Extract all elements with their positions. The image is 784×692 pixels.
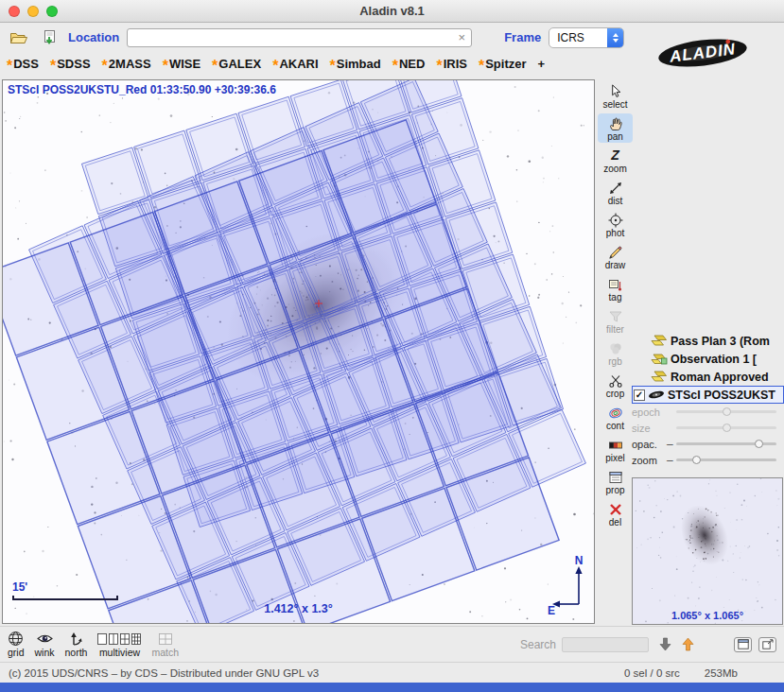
server-tab-label: IRIS	[444, 57, 467, 71]
tool-draw[interactable]: draw	[598, 242, 633, 271]
tool-crop[interactable]: crop	[598, 371, 633, 400]
eye-icon	[37, 631, 53, 647]
tool-del[interactable]: del	[598, 499, 633, 528]
layer-label: Roman Approved	[671, 371, 769, 384]
server-tabs: *DSS*SDSS*2MASS*WISE*GALEX*AKARI*Simbad*…	[0, 51, 624, 76]
window-title: Aladin v8.1	[359, 4, 425, 18]
tool-zoom[interactable]: Zzoom	[598, 146, 633, 175]
location-field[interactable]: ×	[127, 28, 472, 47]
layer-checkbox[interactable]: ✓	[634, 389, 645, 401]
tool-label: del	[609, 517, 621, 528]
layer-label: STScI POSS2UKST	[668, 389, 775, 402]
tool-label: dist	[608, 196, 623, 206]
bottombar-items: gridwinknorthmultiviewmatch	[8, 631, 179, 658]
stack-layer-observation-1[interactable]: Observation 1 [	[632, 350, 784, 368]
server-tab-label: +	[538, 57, 546, 71]
slider-zoom: zoom–	[632, 452, 784, 468]
tool-rgb: rgb	[598, 338, 633, 368]
search-down-arrow-icon[interactable]	[659, 637, 671, 651]
server-tab-spitzer[interactable]: *Spitzer	[479, 57, 527, 71]
tool-cont[interactable]: cont	[598, 403, 633, 432]
svg-text:Z: Z	[610, 148, 620, 163]
tool-column: selectpanZzoomdistphotdrawtagfilterrgbcr…	[598, 81, 633, 528]
open-folder-icon[interactable]	[8, 27, 30, 48]
search-label: Search	[520, 638, 556, 651]
tool-label: draw	[605, 260, 626, 270]
import-icon[interactable]	[38, 27, 61, 48]
search-up-arrow-icon[interactable]	[682, 637, 694, 651]
slider-track[interactable]	[676, 458, 776, 461]
dropdown-spinner-icon	[607, 28, 623, 47]
location-label: Location	[68, 30, 119, 44]
stack-layer-pass-plan-3-rom[interactable]: Pass Plan 3 (Rom	[632, 332, 784, 350]
server-tab-dss[interactable]: *DSS	[7, 57, 39, 71]
dist-icon	[608, 180, 623, 196]
copyright-text: (c) 2015 UDS/CNRS – by CDS – Distributed…	[9, 667, 624, 679]
tool-label: zoom	[603, 164, 626, 174]
stack-layer-roman-approved[interactable]: Roman Approved	[632, 368, 784, 386]
preview-fov-label: 1.065° x 1.065°	[633, 610, 782, 621]
panel-window-button[interactable]	[734, 637, 752, 652]
status-bar: (c) 2015 UDS/CNRS – by CDS – Distributed…	[0, 662, 784, 683]
slider-thumb[interactable]	[692, 456, 701, 464]
server-tab-2mass[interactable]: *2MASS	[102, 57, 151, 71]
bottombar-item-wink[interactable]: wink	[35, 631, 55, 658]
globe-grid-icon	[8, 631, 24, 647]
tool-pixel[interactable]: pixel	[598, 435, 633, 464]
search-input[interactable]	[562, 637, 649, 652]
clear-icon[interactable]: ×	[459, 31, 466, 43]
slider-track[interactable]	[676, 442, 776, 445]
scale-bar: 15'	[12, 580, 118, 600]
location-input[interactable]	[133, 31, 458, 44]
server-tab-+[interactable]: +	[538, 57, 546, 71]
server-tab-akari[interactable]: *AKARI	[272, 57, 318, 71]
tool-phot[interactable]: phot	[598, 210, 633, 239]
bottom-toolbar: gridwinknorthmultiviewmatch Search	[0, 626, 784, 662]
tool-pan[interactable]: pan	[598, 113, 633, 143]
bottombar-item-grid[interactable]: grid	[8, 631, 25, 658]
north-arrow-icon	[69, 631, 84, 647]
scissors-icon	[608, 372, 623, 389]
memory-usage: 253Mb	[705, 667, 738, 679]
close-button[interactable]	[9, 6, 20, 17]
view-layer-label: STScI POSS2UKSTU_Red 01:33:50.90 +30:39:…	[8, 83, 276, 96]
aladin-logo: ALADIN	[654, 31, 751, 75]
sky-view[interactable]: STScI POSS2UKSTU_Red 01:33:50.90 +30:39:…	[2, 79, 595, 624]
slider-opac: opac.–	[632, 436, 784, 452]
tool-select[interactable]: select	[598, 81, 633, 111]
bottombar-item-label: multiview	[99, 648, 140, 658]
plan-icon	[650, 370, 668, 384]
pencil-icon	[608, 244, 623, 260]
tool-label: phot	[606, 228, 624, 238]
detach-window-button[interactable]	[758, 637, 776, 652]
bottombar-item-label: match	[151, 648, 179, 658]
layer-stack: Pass Plan 3 (RomObservation 1 [Roman App…	[632, 332, 784, 468]
stack-layer-stsci-poss2ukst[interactable]: ✓STScI POSS2UKST	[632, 386, 784, 404]
server-tab-simbad[interactable]: *Simbad	[330, 57, 381, 71]
tool-prop[interactable]: prop	[598, 467, 633, 496]
slider-thumb[interactable]	[755, 440, 763, 448]
preview-panel[interactable]: 1.065° x 1.065°	[632, 477, 783, 625]
frame-select[interactable]: ICRS	[549, 27, 624, 48]
maximize-button[interactable]	[46, 6, 58, 17]
server-tab-ned[interactable]: *NED	[392, 57, 426, 71]
server-tab-galex[interactable]: *GALEX	[212, 57, 261, 71]
server-tab-label: WISE	[169, 57, 200, 71]
server-tab-wise[interactable]: *WISE	[163, 57, 200, 71]
server-tab-sdss[interactable]: *SDSS	[50, 57, 91, 71]
slider-minus: –	[667, 438, 672, 451]
tool-tag[interactable]: tag	[598, 274, 633, 303]
bottombar-item-north[interactable]: north	[65, 631, 88, 658]
tool-label: tag	[609, 292, 622, 303]
slider-minus: –	[667, 454, 672, 467]
server-tab-iris[interactable]: *IRIS	[436, 57, 467, 71]
minimize-button[interactable]	[27, 6, 39, 17]
scale-bar-line	[12, 596, 118, 600]
plan-obs-icon	[650, 352, 668, 366]
slider-label: zoom	[632, 455, 663, 466]
match-grid-icon	[158, 631, 173, 647]
server-tab-label: 2MASS	[109, 57, 151, 71]
bottombar-item-multiview[interactable]: multiview	[97, 631, 141, 658]
tool-dist[interactable]: dist	[598, 178, 633, 207]
zoom-z-icon: Z	[608, 147, 622, 164]
